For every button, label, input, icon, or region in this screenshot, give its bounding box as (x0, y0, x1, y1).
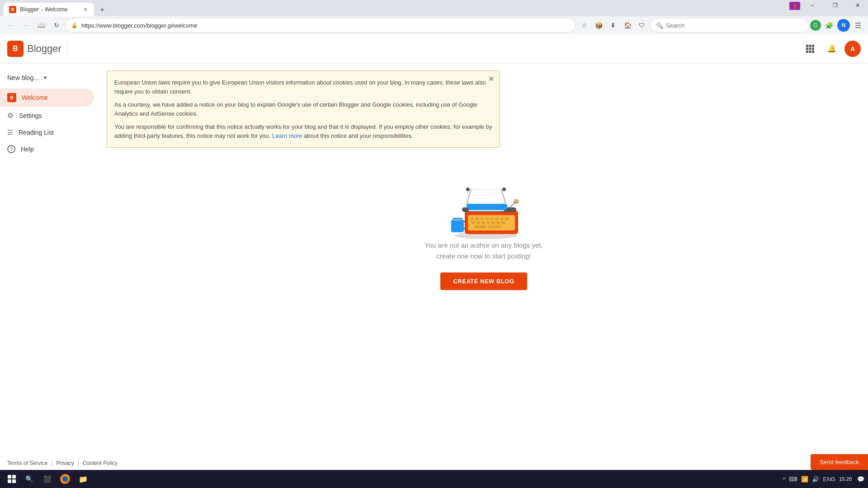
url-input[interactable] (81, 22, 570, 29)
sidebar-item-help[interactable]: ? Help (0, 141, 94, 158)
language-indicator[interactable]: ENG (823, 476, 835, 483)
taskbar-file-manager-button[interactable]: 📁 (75, 472, 91, 486)
new-tab-button[interactable]: + (96, 4, 108, 16)
svg-rect-10 (451, 220, 464, 232)
home-icon[interactable]: 🏠 (621, 19, 634, 32)
notification-button[interactable]: 🔔 (823, 40, 841, 58)
terms-of-service-link[interactable]: Terms of Service (7, 460, 47, 466)
create-new-blog-button[interactable]: CREATE NEW BLOG (440, 272, 527, 290)
maximize-button[interactable]: ❐ (825, 0, 845, 11)
taskbar: 🔍 ⬛ 📁 ^ ⌨ 📶 🔊 ENG 15:20 💬 (0, 470, 868, 488)
search-icon: 🔍 (656, 22, 663, 29)
privacy-link[interactable]: Privacy (56, 460, 74, 466)
bookmark-icon[interactable]: ☆ (578, 19, 590, 32)
blogger-favicon: B (7, 41, 24, 57)
content-policy-link[interactable]: Content Policy (83, 460, 118, 466)
tab-favicon: B (9, 6, 16, 13)
refresh-button[interactable]: ↻ (50, 19, 63, 32)
sidebar-item-label-settings: Settings (19, 112, 42, 119)
google-icon[interactable]: G (810, 20, 821, 31)
sidebar-item-settings[interactable]: ⚙ Settings (0, 107, 94, 124)
start-button[interactable] (4, 472, 20, 486)
security-lock-icon: 🔒 (71, 22, 78, 28)
svg-rect-24 (476, 221, 480, 224)
svg-rect-23 (472, 221, 475, 224)
system-clock[interactable]: 15:20 (839, 476, 852, 482)
navigation-bar: ← → 📖 ↻ 🔒 ☆ 📦 ⬇ 🏠 🛡 🔍 G 🧩 N ☰ (0, 16, 868, 34)
svg-rect-22 (505, 217, 509, 220)
footer: Terms of Service | Privacy | Content Pol… (0, 456, 868, 470)
download-icon[interactable]: ⬇ (607, 19, 619, 32)
welcome-text: You are not an author on any blogs yet, … (425, 240, 542, 262)
svg-point-40 (466, 188, 470, 191)
svg-rect-4 (809, 47, 811, 50)
clock-time: 15:20 (839, 476, 852, 482)
reading-list-icon: ☰ (7, 129, 13, 136)
new-blog-dropdown[interactable]: New blog... ▼ (0, 70, 99, 85)
eu-notice-close-button[interactable]: ✕ (488, 75, 494, 83)
system-tray: ^ ⌨ 📶 🔊 ENG 15:20 💬 (783, 476, 864, 483)
eu-notice-banner: ✕ European Union laws require you to giv… (107, 70, 500, 148)
svg-rect-21 (500, 217, 504, 220)
browser-tab[interactable]: B Blogger: - Welcome ✕ (4, 3, 94, 16)
taskbar-firefox-button[interactable] (57, 472, 73, 486)
extension-icon[interactable]: 🧩 (823, 19, 835, 32)
eu-notice-paragraph-1: European Union laws require you to give … (114, 78, 492, 96)
svg-rect-7 (809, 51, 811, 53)
vpn-icon[interactable]: 🛡 (636, 19, 648, 32)
learn-more-link[interactable]: Learn more (272, 132, 302, 139)
google-apps-button[interactable] (801, 40, 819, 58)
address-bar[interactable]: 🔒 (65, 18, 576, 33)
svg-rect-3 (806, 47, 808, 50)
blogger-logo[interactable]: B Blogger (7, 41, 61, 57)
user-avatar[interactable]: A (844, 41, 861, 57)
close-button[interactable]: ✕ (847, 0, 868, 11)
back-button[interactable]: ← (4, 19, 17, 32)
svg-rect-2 (812, 45, 814, 47)
eu-notice-paragraph-2: As a courtesy, we have added a notice on… (114, 100, 492, 118)
wifi-icon[interactable]: 📶 (801, 476, 808, 483)
typewriter-illustration (443, 177, 524, 240)
svg-rect-19 (490, 217, 494, 220)
browser-profile-icon[interactable]: N (837, 19, 850, 32)
search-input[interactable] (666, 22, 779, 29)
main-content: ✕ European Union laws require you to giv… (99, 63, 868, 474)
eu-notice-paragraph-3-after: about this notice and your responsibilit… (304, 132, 413, 139)
reader-mode-button[interactable]: 📖 (34, 19, 48, 32)
minimize-button[interactable]: − (802, 0, 823, 11)
forward-button[interactable]: → (19, 19, 33, 32)
help-icon: ? (7, 145, 15, 153)
footer-separator-1: | (51, 460, 52, 466)
svg-rect-16 (475, 217, 479, 220)
svg-rect-6 (806, 51, 808, 53)
volume-icon[interactable]: 🔊 (812, 476, 819, 483)
svg-rect-29 (501, 221, 505, 224)
svg-rect-20 (495, 217, 499, 220)
search-box[interactable]: 🔍 (650, 18, 808, 33)
svg-rect-17 (480, 217, 484, 220)
svg-line-44 (510, 202, 516, 207)
pocket-icon[interactable]: 📦 (592, 19, 605, 32)
svg-rect-30 (474, 225, 486, 228)
eu-notice-paragraph-3-before: You are responsible for confirming that … (114, 123, 492, 139)
header-divider (67, 42, 67, 56)
send-feedback-button[interactable]: Send feedback (811, 454, 868, 470)
taskbar-task-view-button[interactable]: ⬛ (39, 472, 55, 486)
welcome-section: You are not an author on any blogs yet, … (107, 159, 861, 308)
header-actions: 🔔 A (801, 40, 861, 58)
sidebar-item-reading-list[interactable]: ☰ Reading List (0, 124, 94, 141)
taskbar-search-button[interactable]: 🔍 (21, 472, 37, 486)
tab-title: Blogger: - Welcome (20, 6, 78, 13)
svg-rect-25 (481, 221, 485, 224)
svg-rect-0 (806, 45, 808, 47)
show-hidden-icons-button[interactable]: ^ (783, 476, 785, 483)
svg-rect-1 (809, 45, 811, 47)
sidebar-item-welcome[interactable]: B Welcome (0, 89, 94, 107)
browser-menu-icon[interactable]: ☰ (852, 19, 864, 32)
footer-separator-2: | (78, 460, 79, 466)
welcome-icon: B (7, 93, 16, 102)
tab-close-button[interactable]: ✕ (81, 6, 89, 13)
keyboard-icon[interactable]: ⌨ (789, 476, 797, 483)
notifications-icon[interactable]: 💬 (857, 476, 864, 483)
svg-rect-31 (488, 225, 501, 228)
